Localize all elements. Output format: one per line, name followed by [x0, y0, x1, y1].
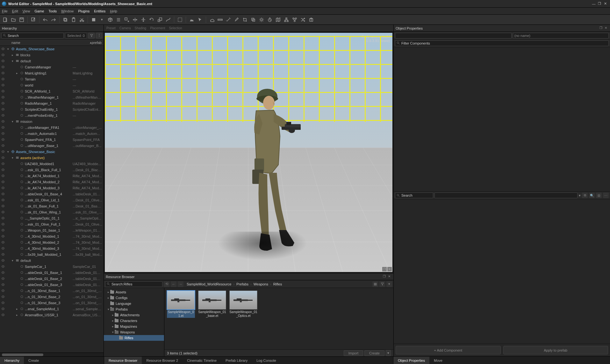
hierarchy-icon[interactable]	[283, 16, 290, 24]
rb-tree-row[interactable]: ▾Weapons	[104, 329, 164, 335]
hierarchy-search-input[interactable]: Search	[1, 33, 64, 38]
hierarchy-row[interactable]: ▸ArsenalBox_USSR_1ArsenalBox_USSR...	[0, 312, 104, 318]
minimize-button[interactable]: —	[591, 2, 597, 6]
hierarchy-row[interactable]: ...n_01_30rnd_Base_3...on_01_30rnd_B...	[0, 300, 104, 306]
hierarchy-col-prefab[interactable]: prefab	[92, 41, 102, 45]
hierarchy-row[interactable]: ▸MainLighting1MainLighting	[0, 70, 104, 76]
vp-tab-camera[interactable]: Camera	[119, 26, 131, 30]
vp-tab-selection[interactable]: Selection	[169, 26, 182, 30]
hierarchy-row[interactable]: ...le_AK74_Modded_3Rifle_AK74_Mod...	[0, 185, 104, 191]
menu-file[interactable]: File	[2, 9, 8, 13]
rb-item[interactable]: SampleWeapon_01.et	[167, 290, 195, 318]
tab-object-props[interactable]: Object Properties	[393, 357, 429, 364]
hierarchy-row[interactable]: ...esk_01_Olive_Lid_1...Desk_01_Olive...	[0, 197, 104, 203]
rb-search-input[interactable]: Search:Rifles	[105, 281, 162, 287]
hierarchy-row[interactable]: ...esk_01_Black_Full_1...Desk_01_Black..…	[0, 167, 104, 173]
curve-icon[interactable]	[164, 16, 172, 24]
hierarchy-row[interactable]: RadioManager_1RadioManager	[0, 100, 104, 106]
hierarchy-row[interactable]: ...4_30rnd_Modded_2...74_30rnd_Mod...	[0, 239, 104, 245]
menu-tools[interactable]: Tools	[48, 9, 57, 13]
hierarchy-row[interactable]: ...ableDesk_01_Base_3...tableDesk_01_B..…	[0, 282, 104, 288]
hierarchy-row[interactable]: ..._SampleOptic_01_1...ic_SampleOpti...	[0, 215, 104, 221]
tab-log[interactable]: Log Console	[252, 357, 281, 364]
hierarchy-col-name[interactable]: name	[2, 41, 47, 45]
hierarchy-row[interactable]: ScriptedChatEntity_1ScriptedChatEnt...	[0, 106, 104, 112]
hierarchy-row[interactable]: ...n_01_30rnd_Base_1...on_01_30rnd_B...	[0, 288, 104, 294]
rb-tree-row[interactable]: ▸Characters	[104, 318, 164, 324]
shuffle-icon[interactable]	[299, 16, 307, 24]
viewport[interactable]: Early access build0.9.3.91 (www)	[104, 32, 393, 272]
hierarchy-scrollbar[interactable]	[0, 353, 104, 356]
hierarchy-row[interactable]: ...4_30rnd_Modded_3...74_30rnd_Mod...	[0, 245, 104, 251]
rb-tree-row[interactable]: ▾Prefabs	[104, 306, 164, 312]
tab-hierarchy[interactable]: Hierarchy	[0, 357, 24, 364]
hierarchy-row[interactable]: ...4_30rnd_Modded_1...74_30rnd_Mod...	[0, 233, 104, 239]
hierarchy-row[interactable]: SCR_AIWorld_1SCR_AIWorld	[0, 88, 104, 94]
tab-move[interactable]: Move	[429, 357, 447, 364]
dropdown-icon[interactable]: ▾	[98, 16, 106, 24]
hierarchy-opts-icon[interactable]: ⋮	[96, 33, 102, 38]
copy-icon[interactable]	[61, 16, 69, 24]
wand-icon[interactable]	[225, 16, 232, 24]
rb-refresh-icon[interactable]: ⟲	[164, 281, 169, 287]
vp-tab-shading[interactable]: Shading	[134, 26, 146, 30]
props-class-field[interactable]	[395, 33, 512, 38]
undo-icon[interactable]	[41, 16, 49, 24]
menu-plugins[interactable]: Plugins	[78, 9, 90, 13]
rb-tree-row[interactable]: ▸Assets	[104, 289, 164, 295]
viewport-maximize-icon[interactable]: ❐	[382, 267, 387, 271]
rb-tree[interactable]: ▸Assets▸ConfigsLanguage▾Prefabs▸Attachme…	[104, 288, 164, 356]
hierarchy-row[interactable]: UAZ469_Modded1UAZ469_Modde...	[0, 161, 104, 167]
hierarchy-row[interactable]: SampleCar_1SampleCar_01	[0, 263, 104, 270]
props-tree-icon[interactable]: ⊟	[596, 192, 602, 198]
external-icon[interactable]	[30, 16, 37, 24]
maximize-button[interactable]: ❐	[597, 2, 602, 6]
hierarchy-row[interactable]: ▾default	[0, 257, 104, 263]
bbox-icon[interactable]	[176, 16, 184, 24]
hierarchy-row[interactable]: CameraManager---	[0, 64, 104, 70]
brush-icon[interactable]	[233, 16, 240, 24]
menu-edit[interactable]: Edit	[12, 9, 18, 13]
rotate-icon[interactable]	[148, 16, 155, 24]
map-icon[interactable]	[274, 16, 282, 24]
timer-icon[interactable]	[266, 16, 274, 24]
cursor-icon[interactable]	[196, 16, 204, 24]
rb-import-button[interactable]: Import	[344, 350, 363, 356]
hierarchy-row[interactable]: ...n_01_30rnd_Base_2...on_01_30rnd_B...	[0, 294, 104, 300]
hierarchy-row[interactable]: ▾Assets_Showcase_Basic	[0, 149, 104, 155]
hierarchy-row[interactable]: ...esk_01_Olive_Full_1...Desk_01_Olive..…	[0, 221, 104, 227]
viewport-close-icon[interactable]: ✕	[387, 267, 392, 271]
terrain-icon[interactable]	[188, 16, 196, 24]
rb-filter-icon[interactable]	[379, 281, 385, 287]
menu-game[interactable]: Game	[34, 9, 44, 13]
hierarchy-row[interactable]: ...ableDesk_01_Base_1...tableDesk_01_B..…	[0, 270, 104, 276]
props-name-field[interactable]: (no name)	[513, 33, 609, 38]
hierarchy-row[interactable]: ...sk_01_Olive_Wing_1...esk_01_Olive_W..…	[0, 209, 104, 215]
hierarchy-row[interactable]: ...5x39_ball_Modded_1...5x39_ball_Mod...	[0, 251, 104, 257]
rb-item[interactable]: SampleWeapon_01_Optics.et	[229, 290, 257, 318]
rb-items[interactable]: SampleWeapon_01.etSampleWeapon_01_base.e…	[164, 288, 393, 349]
props-dropdown[interactable]	[434, 192, 578, 198]
rb-menu-icon[interactable]: ▾	[386, 281, 392, 287]
tab-create[interactable]: Create	[24, 357, 43, 364]
crop-icon[interactable]	[241, 16, 249, 24]
package-icon[interactable]	[307, 16, 315, 24]
hierarchy-row[interactable]: world---	[0, 82, 104, 88]
rb-tree-row[interactable]: ▸Configs	[104, 295, 164, 301]
hierarchy-row[interactable]: ...le_AK74_Modded_1Rifle_AK74_Mod...	[0, 173, 104, 179]
rb-close-icon[interactable]: ✕	[387, 275, 391, 279]
add-component-button[interactable]: + Add Component	[396, 346, 501, 354]
rb-item[interactable]: SampleWeapon_01_base.et	[198, 290, 226, 318]
hierarchy-row[interactable]: ...ableDesk_01_Base_4...tableDesk_01_B..…	[0, 191, 104, 197]
hierarchy-tree[interactable]: ▾Assets_Showcase_Base▸blocks▾defaultCame…	[0, 46, 104, 353]
props-more-icon[interactable]: ⋯	[603, 192, 609, 198]
hierarchy-row[interactable]: ▾mission	[0, 118, 104, 124]
cloud-icon[interactable]	[208, 16, 216, 24]
hierarchy-row[interactable]: ...mentProbeEntity_1---	[0, 112, 104, 118]
vp-tab-preset[interactable]: Preset	[106, 26, 116, 30]
list-icon[interactable]	[115, 16, 122, 24]
redo-icon[interactable]	[50, 16, 57, 24]
ruler-icon[interactable]	[216, 16, 224, 24]
props-find-icon[interactable]: 🔍	[589, 192, 595, 198]
hierarchy-row[interactable]: ▸...enal_SampleMod_1...senal_SampleM...	[0, 306, 104, 312]
